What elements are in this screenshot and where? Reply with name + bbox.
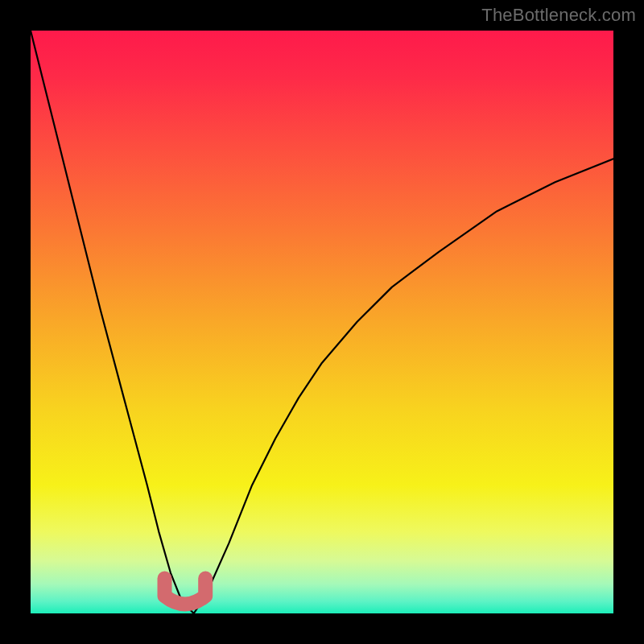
chart-frame: TheBottleneck.com (0, 0, 644, 644)
bottleneck-chart (31, 31, 613, 613)
watermark-label: TheBottleneck.com (481, 5, 636, 26)
gradient-background (31, 31, 613, 613)
